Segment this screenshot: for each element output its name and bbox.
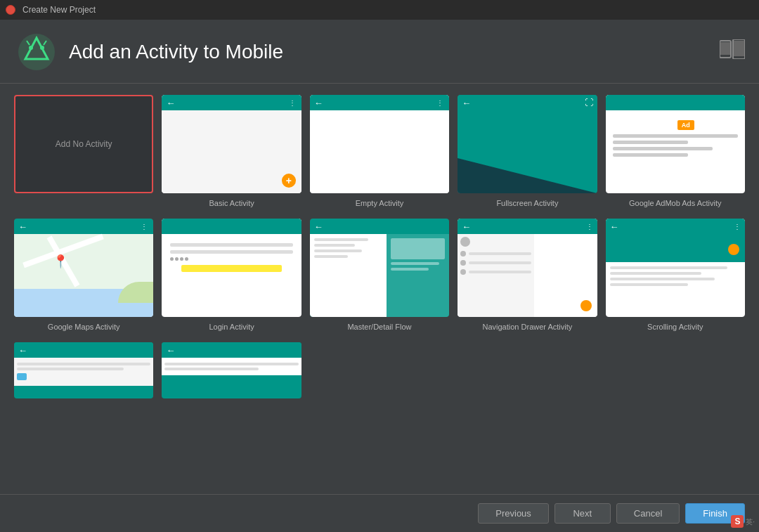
svg-point-2	[40, 46, 44, 50]
maps-activity-preview: ← ⋮ 📍	[14, 219, 153, 317]
fullscreen-activity-preview: ← ⛶	[458, 95, 597, 193]
activity-card-navdrawer[interactable]: ← ⋮	[458, 219, 597, 331]
next-button[interactable]: Next	[554, 503, 611, 524]
activity-card-settings-partial[interactable]: ←	[14, 342, 153, 398]
back-arrow-icon: ←	[166, 98, 175, 108]
map-pin-icon: 📍	[53, 254, 68, 269]
navdrawer-activity-label: Navigation Drawer Activity	[483, 323, 573, 331]
page-title: Add an Activity to Mobile	[69, 41, 283, 63]
activity-card-admob[interactable]: Ad Google AdMob Ads Acti	[606, 95, 745, 207]
back-arrow-icon: ←	[18, 345, 27, 356]
masterdetail-activity-preview: ←	[310, 219, 449, 317]
back-arrow-icon: ←	[462, 98, 471, 108]
dialog: Add an Activity to Mobile Add No Activit…	[0, 20, 759, 532]
activity-grid-container[interactable]: Add No Activity ← ⋮ +	[0, 84, 759, 494]
maps-activity-label: Google Maps Activity	[48, 323, 120, 331]
activity-grid: Add No Activity ← ⋮ +	[14, 95, 745, 398]
back-arrow-icon: ←	[166, 345, 175, 356]
titlebar: Create New Project	[0, 0, 759, 20]
watermark: S 英·	[731, 515, 755, 528]
activity-card-login[interactable]: Login Activity	[162, 219, 301, 331]
basic-activity-label: Basic Activity	[209, 199, 254, 207]
back-arrow-icon: ←	[610, 221, 619, 232]
fullscreen-activity-label: Fullscreen Activity	[496, 199, 558, 207]
navdrawer-activity-preview: ← ⋮	[458, 219, 597, 317]
ad-badge: Ad	[677, 120, 694, 130]
fab-icon	[580, 300, 592, 311]
content-area: Add No Activity ← ⋮ +	[0, 84, 759, 494]
watermark-logo: S	[731, 515, 744, 528]
empty-activity-label: Empty Activity	[356, 199, 403, 207]
empty-activity-preview: ← ⋮	[310, 95, 449, 193]
header: Add an Activity to Mobile	[0, 20, 759, 84]
svg-rect-5	[720, 42, 730, 55]
previous-button[interactable]: Previous	[478, 503, 549, 524]
no-activity-label: Add No Activity	[56, 139, 112, 149]
fullscreen-icon: ⛶	[585, 98, 593, 108]
svg-point-1	[29, 46, 33, 50]
scrolling-activity-preview: ← ⋮	[606, 219, 745, 317]
footer: Previous Next Cancel Finish	[0, 494, 759, 532]
activity-card-empty[interactable]: ← ⋮ Empty Activity	[310, 95, 449, 207]
login-activity-preview	[162, 219, 301, 317]
back-arrow-icon: ←	[462, 221, 471, 232]
back-arrow-icon: ←	[314, 221, 323, 232]
activity-card-maps[interactable]: ← ⋮ 📍 Google Maps Ac	[14, 219, 153, 331]
activity-card-fullscreen[interactable]: ← ⛶ Fullscreen Activity	[458, 95, 597, 207]
back-arrow-icon: ←	[314, 98, 323, 108]
masterdetail-activity-label: Master/Detail Flow	[347, 323, 411, 331]
menu-dots-icon: ⋮	[141, 223, 149, 231]
basic-activity-preview: ← ⋮ +	[162, 95, 301, 193]
activity-card-masterdetail[interactable]: ←	[310, 219, 449, 331]
activity-card-tabbed-partial[interactable]: ←	[162, 342, 301, 398]
menu-dots-icon: ⋮	[289, 99, 297, 107]
no-activity-preview: Add No Activity	[14, 95, 153, 193]
menu-dots-icon: ⋮	[586, 223, 593, 231]
titlebar-title: Create New Project	[22, 5, 96, 15]
titlebar-close-icon[interactable]	[6, 5, 15, 15]
menu-dots-icon: ⋮	[436, 99, 445, 107]
admob-activity-label: Google AdMob Ads Activity	[629, 199, 721, 207]
scrolling-activity-label: Scrolling Activity	[647, 323, 703, 331]
fab-icon: +	[282, 174, 296, 188]
fab-icon	[728, 244, 739, 255]
android-studio-logo	[17, 32, 56, 72]
activity-card-no-activity[interactable]: Add No Activity	[14, 95, 153, 207]
activity-card-basic[interactable]: ← ⋮ + Basic Activity	[162, 95, 301, 207]
admob-activity-preview: Ad	[606, 95, 745, 193]
login-activity-label: Login Activity	[209, 323, 254, 331]
menu-dots-icon: ⋮	[734, 223, 741, 231]
cancel-button[interactable]: Cancel	[616, 503, 680, 524]
svg-rect-6	[734, 41, 744, 56]
activity-card-scrolling[interactable]: ← ⋮ Scr	[606, 219, 745, 331]
back-arrow-icon: ←	[18, 221, 27, 232]
device-icon	[720, 39, 745, 63]
